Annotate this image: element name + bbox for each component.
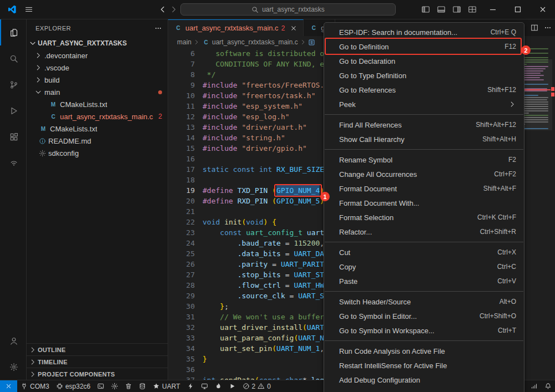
tree-item-uart-async-rxtxtasks-main-c[interactable]: Cuart_async_rxtxtasks_main.c2 <box>27 110 168 123</box>
chip-icon <box>56 383 63 390</box>
menu-item-generate-doxygen-comment[interactable]: Generate Doxygen Comment <box>324 387 524 392</box>
menu-item-peek[interactable]: Peek <box>324 97 524 111</box>
menu-item-rename-symbol[interactable]: Rename SymbolF2 <box>324 152 524 167</box>
menu-item-shortcut: Alt+O <box>500 298 516 306</box>
layout-sidebar-right-icon[interactable] <box>449 0 465 19</box>
line-number: 13 <box>168 122 195 133</box>
minimap-line <box>524 90 547 91</box>
menu-item-run-code-analysis-on-active-file[interactable]: Run Code Analysis on Active File <box>324 344 524 358</box>
statusbar-flash[interactable] <box>184 380 198 392</box>
line-number: 14 <box>168 133 195 143</box>
back-icon[interactable] <box>158 5 167 14</box>
activitybar-extensions[interactable] <box>0 124 26 150</box>
breadcrumb-file[interactable]: uart_async_rxtxtasks_main.c <box>212 38 298 46</box>
tree-item-devcontainer[interactable]: .devcontainer <box>27 49 168 62</box>
statusbar-monitor[interactable] <box>198 380 211 392</box>
minimize-icon[interactable] <box>480 0 505 19</box>
activitybar-search[interactable] <box>0 45 26 72</box>
menu-item-format-document[interactable]: Format DocumentShift+Alt+F <box>324 181 524 196</box>
chevron-right-icon <box>34 64 42 72</box>
statusbar-flash-method[interactable]: UART <box>149 380 183 392</box>
tree-item-label: CMakeLists.txt <box>50 125 97 133</box>
menu-item-change-all-occurrences[interactable]: Change All OccurrencesCtrl+F2 <box>324 167 524 181</box>
menu-item-find-all-references[interactable]: Find All ReferencesShift+Alt+F12 <box>324 118 524 132</box>
activitybar-accounts[interactable] <box>0 328 26 354</box>
chevron-down-icon <box>29 39 37 47</box>
menu-item-shortcut: Shift+Alt+H <box>482 135 516 143</box>
menu-item-refactor[interactable]: Refactor...Ctrl+Shift+R <box>324 225 524 239</box>
statusbar-label: UART <box>162 383 180 390</box>
sidebar-section-outline[interactable]: OUTLINE <box>27 343 168 355</box>
menu-item-add-debug-configuration[interactable]: Add Debug Configuration <box>324 373 524 387</box>
layout-customize-icon[interactable] <box>465 0 480 19</box>
extensions-icon <box>9 133 18 141</box>
sidebar-section-timeline[interactable]: TIMELINE <box>27 355 168 368</box>
menu-item-shortcut: Shift+F12 <box>487 86 516 94</box>
line-number: 12 <box>168 111 195 122</box>
more-actions-icon[interactable] <box>544 24 552 32</box>
menu-item-restart-intellisense-for-active-file[interactable]: Restart IntelliSense for Active File <box>324 358 524 373</box>
layout-sidebar-icon[interactable] <box>418 0 433 19</box>
tree-item-cmakelists-txt[interactable]: MCMakeLists.txt <box>27 98 168 110</box>
more-actions-icon[interactable] <box>154 24 162 32</box>
tree-item-vscode[interactable]: .vscode <box>27 62 168 74</box>
statusbar-serial-port[interactable]: COM3 <box>17 380 53 392</box>
problems-count-badge: 2 <box>158 113 162 120</box>
menu-item-go-to-symbol-in-editor[interactable]: Go to Symbol in Editor...Ctrl+Shift+O <box>324 309 524 323</box>
breadcrumb-folder[interactable]: main <box>177 38 191 46</box>
menu-item-go-to-type-definition[interactable]: Go to Type Definition <box>324 68 524 83</box>
tree-item-readme-md[interactable]: README.md <box>27 135 168 147</box>
activitybar-esp-idf[interactable] <box>0 150 26 176</box>
cmake-file-icon: M <box>49 101 58 108</box>
statusbar-full-clean[interactable] <box>122 380 135 392</box>
statusbar-build[interactable] <box>135 380 149 392</box>
menu-item-show-call-hierarchy[interactable]: Show Call HierarchyShift+Alt+H <box>324 132 524 146</box>
statusbar-right <box>527 380 555 392</box>
menu-item-copy[interactable]: CopyCtrl+C <box>324 259 524 274</box>
statusbar-idf-terminal[interactable] <box>94 380 108 392</box>
activitybar-settings[interactable] <box>0 354 26 380</box>
activitybar-explorer[interactable] <box>0 19 26 45</box>
menu-item-format-selection[interactable]: Format SelectionCtrl+K Ctrl+F <box>324 210 524 225</box>
statusbar-problems[interactable]: 20 <box>239 380 274 392</box>
statusbar-debug[interactable] <box>225 380 239 392</box>
tree-item-build[interactable]: build <box>27 74 168 86</box>
activitybar-run-debug[interactable] <box>0 98 26 124</box>
menu-item-go-to-references[interactable]: Go to ReferencesShift+F12 <box>324 83 524 97</box>
menu-item-go-to-symbol-in-workspace[interactable]: Go to Symbol in Workspace...Ctrl+T <box>324 323 524 338</box>
tree-root-folder[interactable]: UART_ASYNC_RXTXTASKS <box>27 37 168 49</box>
tree-item-cmakelists-txt[interactable]: MCMakeLists.txt <box>27 123 168 135</box>
command-center-search[interactable]: uart_async_rxtxtasks <box>180 3 396 16</box>
menu-item-cut[interactable]: CutCtrl+X <box>324 245 524 259</box>
forward-icon[interactable] <box>169 5 178 14</box>
sidebar-section-project-components[interactable]: PROJECT COMPONENTS <box>27 368 168 380</box>
line-number: 34 <box>168 343 195 354</box>
minimap[interactable] <box>524 48 549 380</box>
activitybar-source-control[interactable] <box>0 72 26 98</box>
statusbar-device-target[interactable]: esp32c6 <box>53 380 94 392</box>
statusbar-menuconfig[interactable] <box>108 380 122 392</box>
minimap-line <box>524 68 546 69</box>
layout-panel-icon[interactable] <box>433 0 449 19</box>
line-number: 37 <box>168 375 195 380</box>
close-icon[interactable] <box>290 24 297 32</box>
warning-icon <box>258 383 265 390</box>
menu-item-format-document-with[interactable]: Format Document With... <box>324 196 524 210</box>
menu-item-label: Format Selection <box>339 213 393 222</box>
statusbar-build-flash-monitor[interactable] <box>211 380 225 392</box>
close-icon[interactable] <box>530 0 555 19</box>
statusbar-remote[interactable] <box>0 380 17 392</box>
menu-item-switch-header-source[interactable]: Switch Header/SourceAlt+O <box>324 294 524 309</box>
tree-item-main[interactable]: main <box>27 86 168 98</box>
tree-item-sdkconfig[interactable]: sdkconfig <box>27 147 168 159</box>
maximize-icon[interactable] <box>505 0 530 19</box>
menu-item-go-to-declaration[interactable]: Go to Declaration <box>324 54 524 68</box>
menu-item-paste[interactable]: PasteCtrl+V <box>324 274 524 288</box>
tab-uart-async-rxtxtasks-main-c[interactable]: C uart_async_rxtxtasks_main.c 2 <box>168 19 304 36</box>
statusbar-ports[interactable] <box>527 380 541 392</box>
menu-hamburger-icon[interactable] <box>24 5 33 14</box>
statusbar-notifications[interactable] <box>541 380 555 392</box>
split-editor-icon[interactable] <box>531 24 538 32</box>
menu-separator <box>325 291 523 292</box>
c-file-icon: C <box>309 25 318 31</box>
